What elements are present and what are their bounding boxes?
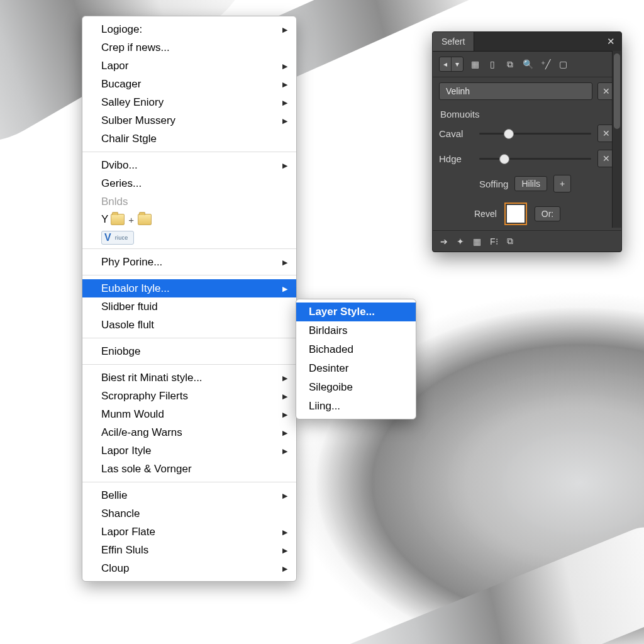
device-icon[interactable]: ▢ [557,58,569,70]
menu-item[interactable]: Phy Porine... [82,253,296,271]
revel-or-button[interactable]: Or: [535,206,560,221]
chip-letter: V [104,233,111,243]
menu-item[interactable]: Shancle [82,504,296,523]
arrow-right-icon[interactable]: ➔ [440,236,448,247]
submenu-item[interactable]: Birldairs [296,321,416,340]
fit-icon[interactable]: F⁝ [490,236,498,247]
color-swatch[interactable] [504,203,527,225]
menu-item[interactable]: Salley Eniory [82,93,296,111]
menu-item[interactable]: Cloup [82,559,296,577]
scrollbar-thumb[interactable] [614,53,620,129]
panel-icon[interactable]: ▯ [486,58,499,70]
menu-item[interactable]: Bucager [82,75,296,93]
menu-separator [82,364,296,365]
menu-item[interactable]: Acil/e-ang Warns [82,423,296,441]
menu-item: Bnlds [82,192,296,211]
close-icon[interactable]: ✕ [601,32,621,51]
menu-item[interactable]: Geries... [82,174,296,192]
layer-style-submenu[interactable]: Layer Style...BirldairsBichadedDesinterS… [296,299,416,419]
menu-item[interactable]: Logioge: [82,20,296,38]
add-soffing-button[interactable]: + [553,175,571,192]
panel-titlebar: Sefert ✕ [433,32,621,52]
menu-extras-row: Y+ [82,211,296,228]
menu-item[interactable]: Chalir Stgle [82,130,296,148]
submenu-item[interactable]: Silegoibe [296,378,416,397]
submenu-item[interactable]: Layer Style... [296,303,416,321]
v-chip[interactable]: Vriuce [101,231,134,245]
submenu-item[interactable]: Bichaded [296,340,416,359]
menu-item[interactable]: Eubalor Ityle... [82,279,296,297]
menu-separator [82,275,296,275]
menu-separator [82,248,296,249]
revel-row: Revel Or: [433,197,621,230]
back-icon[interactable]: ◂ [440,60,451,69]
slider-label: Hdge [439,153,473,164]
menu-item[interactable]: Scropraphy Filerts [82,387,296,405]
menu-item[interactable]: Crep if news... [82,38,296,57]
menu-separator [82,152,296,152]
menu-item[interactable]: Bellie [82,486,296,504]
caval-slider[interactable] [479,127,591,140]
dropdown-icon[interactable]: ▾ [452,60,463,69]
slider-row-caval: Caval ✕ [433,121,621,146]
menu-item[interactable]: Lapor [82,57,296,75]
search-icon[interactable]: 🔍 [521,58,534,70]
properties-panel: Sefert ✕ ◂ ▾ ▦ ▯ ⧉ 🔍 ⁺╱ ▢ ✕ Bomuoits Cav… [432,31,622,252]
menu-item[interactable]: Eniobge [82,342,296,360]
submenu-item[interactable]: Desinter [296,359,416,378]
calendar-icon[interactable]: ▦ [469,58,481,70]
pointer-icon[interactable]: ✦ [457,236,464,247]
panel-footer: ➔ ✦ ▦ F⁝ ⧉ [433,230,621,252]
y-label: Y [101,213,108,226]
menu-item[interactable]: Slidber ftuid [82,297,296,316]
slider-label: Caval [439,128,473,139]
menu-separator [82,338,296,338]
folder-icon[interactable] [111,214,125,225]
history-nav[interactable]: ◂ ▾ [439,57,464,72]
revel-label: Revel [474,209,497,219]
main-context-menu[interactable]: Logioge:Crep if news...LaporBucagerSalle… [82,16,297,582]
slider-row-hdge: Hdge ✕ [433,146,621,171]
submenu-item[interactable]: Liing... [296,397,416,416]
menu-item[interactable]: Dvibo... [82,156,296,174]
hdge-slider[interactable] [479,152,591,165]
chip-label: riuce [115,235,128,241]
menu-item[interactable]: Lapor Ityle [82,441,296,460]
menu-item[interactable]: Munm Would [82,405,296,423]
soffing-label: Soffing [479,179,508,189]
search-input[interactable] [439,82,592,100]
section-heading: Bomuoits [433,105,621,121]
menu-item[interactable]: Biest rit Minati style... [82,369,296,387]
menu-item[interactable]: Las sole & Vornger [82,460,296,478]
wand-icon[interactable]: ⁺╱ [539,58,552,70]
copy-icon[interactable]: ⧉ [507,236,513,247]
menu-item[interactable]: Lapor Flate [82,523,296,541]
menu-item[interactable]: Sulber Mussery [82,111,296,130]
menu-separator [82,482,296,482]
panel-tab[interactable]: Sefert [433,32,474,51]
soffing-button[interactable]: Hilils [514,176,547,191]
folder-icon[interactable] [138,214,152,225]
layout-icon[interactable]: ⧉ [504,58,516,70]
soffing-row: Soffing Hilils + [433,171,621,197]
plus-icon: + [127,214,135,225]
menu-item[interactable]: Uasole flult [82,316,296,334]
panel-scrollbar[interactable] [612,51,621,228]
search-row: ✕ [433,77,621,105]
panel-toolbar: ◂ ▾ ▦ ▯ ⧉ 🔍 ⁺╱ ▢ [433,52,621,77]
menu-item[interactable]: Effin Sluls [82,541,296,559]
grid-icon[interactable]: ▦ [473,236,481,247]
